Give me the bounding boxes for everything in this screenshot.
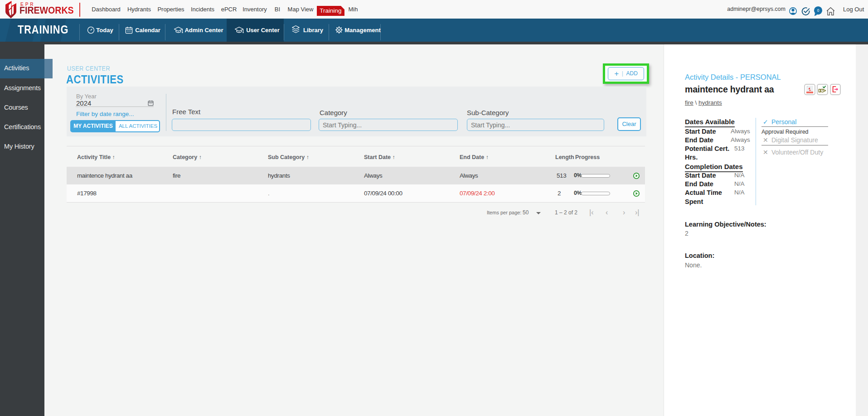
svg-text:0: 0 xyxy=(817,9,820,13)
